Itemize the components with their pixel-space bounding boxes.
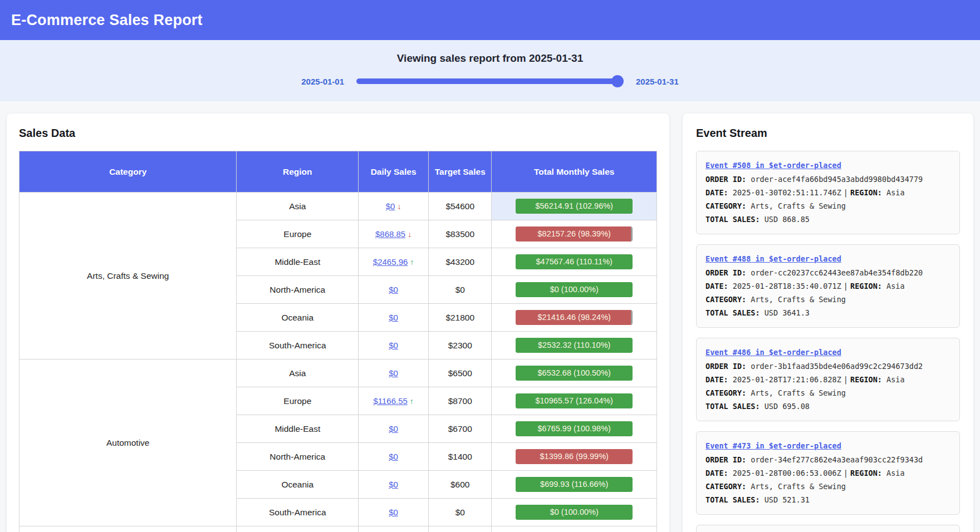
total-monthly-sales-cell: $6532.68 (100.50%) <box>492 359 657 387</box>
event-date-line: DATE: 2025-01-30T02:51:11.746Z|REGION: A… <box>705 186 950 199</box>
event-total-sales-line: TOTAL SALES: USD 3641.3 <box>705 306 950 319</box>
date-slider-row: 2025-01-01 2025-01-31 <box>0 75 980 88</box>
progress-label: $6765.99 (100.98%) <box>516 421 633 436</box>
daily-sales-link[interactable]: $2465.96 <box>373 257 408 267</box>
event-card: Event #457 in $et-order-placedORDER ID: … <box>696 525 960 532</box>
region-cell: South-America <box>237 332 359 359</box>
total-monthly-sales-cell: $82157.26 (98.39%) <box>492 220 657 248</box>
event-card: Event #473 in $et-order-placedORDER ID: … <box>696 431 960 515</box>
daily-sales-link[interactable]: $0 <box>389 424 398 434</box>
filter-title: Viewing sales report from 2025-01-31 <box>0 52 980 65</box>
event-order-id-line: ORDER ID: order-cc20237cc62443ee87ab4e35… <box>705 266 950 279</box>
sales-progress-badge: $699.93 (116.66%) <box>516 477 633 492</box>
daily-sales-cell: $0 <box>359 304 429 332</box>
total-sales-value: USD 521.31 <box>765 495 810 504</box>
daily-sales-cell: $0 <box>359 276 429 304</box>
trend-up-icon: ↑ <box>410 397 414 406</box>
slider-track[interactable] <box>356 78 620 84</box>
daily-sales-link[interactable]: $0 <box>389 368 398 378</box>
empty-cell <box>429 526 492 532</box>
order-id-value: order-3b1faad35bde4e06ad99c2c294673dd2 <box>751 362 923 371</box>
region-cell: South-America <box>237 499 359 526</box>
event-order-id-line: ORDER ID: order-acef4fa66bd945a3abdd9980… <box>705 173 950 186</box>
total-sales-value: USD 868.85 <box>765 215 810 224</box>
slider-thumb[interactable] <box>611 75 624 87</box>
category-cell: Arts, Crafts & Sewing <box>19 193 237 359</box>
target-sales-cell: $1400 <box>429 443 492 471</box>
region-cell: North-America <box>237 276 359 304</box>
date-label: DATE: <box>705 375 728 384</box>
region-value: Asia <box>886 282 905 290</box>
category-value: Arts, Crafts & Sewing <box>751 482 846 491</box>
sales-progress-badge: $6765.99 (100.98%) <box>516 421 633 436</box>
progress-label: $0 (100.00%) <box>516 505 633 520</box>
daily-sales-cell: $0 <box>359 415 429 443</box>
region-label: REGION: <box>850 375 882 384</box>
table-row: AutomotiveAsia$0$6500$6532.68 (100.50%) <box>19 359 657 387</box>
order-id-label: ORDER ID: <box>705 362 746 371</box>
daily-sales-cell: $868.85↓ <box>359 220 429 248</box>
target-sales-cell: $0 <box>429 276 492 304</box>
progress-label: $2532.32 (110.10%) <box>516 338 633 353</box>
target-sales-cell: $6700 <box>429 415 492 443</box>
daily-sales-link[interactable]: $868.85 <box>375 229 405 239</box>
total-sales-label: TOTAL SALES: <box>705 402 760 411</box>
trend-down-icon: ↓ <box>408 230 411 239</box>
category-label: CATEGORY: <box>705 388 746 397</box>
total-sales-label: TOTAL SALES: <box>705 215 760 224</box>
empty-cell <box>359 526 429 532</box>
event-category-line: CATEGORY: Arts, Crafts & Sewing <box>705 386 950 400</box>
event-total-sales-line: TOTAL SALES: USD 868.85 <box>705 213 950 226</box>
trend-down-icon: ↓ <box>397 202 401 211</box>
target-sales-cell: $83500 <box>429 220 492 248</box>
total-monthly-sales-cell: $0 (100.00%) <box>492 276 657 304</box>
sales-progress-badge: $21416.46 (98.24%) <box>516 310 633 325</box>
daily-sales-link[interactable]: $0 <box>389 452 398 461</box>
target-sales-cell: $0 <box>429 499 492 526</box>
daily-sales-link[interactable]: $0 <box>389 341 398 350</box>
event-title-link[interactable]: Event #486 in $et-order-placed <box>705 346 841 359</box>
order-id-label: ORDER ID: <box>705 455 746 464</box>
daily-sales-link[interactable]: $0 <box>389 313 398 322</box>
daily-sales-cell: $0 <box>359 332 429 359</box>
event-title-link[interactable]: Event #473 in $et-order-placed <box>705 439 841 452</box>
column-header-category: Category <box>19 151 237 193</box>
sales-data-panel: Sales Data Category Region Daily Sales T… <box>7 114 669 532</box>
date-range-slider[interactable] <box>356 75 624 88</box>
daily-sales-link[interactable]: $0 <box>389 480 398 489</box>
progress-label: $82157.26 (98.39%) <box>516 226 633 242</box>
event-title-link[interactable]: Event #508 in $et-order-placed <box>705 159 841 172</box>
event-card: Event #488 in $et-order-placedORDER ID: … <box>696 244 960 328</box>
event-stream-panel: Event Stream Event #508 in $et-order-pla… <box>683 114 973 532</box>
daily-sales-cell: $0 <box>359 359 429 387</box>
order-id-value: order-cc20237cc62443ee87ab4e354f8db220 <box>751 268 923 277</box>
region-cell: Oceania <box>237 304 359 332</box>
date-value: 2025-01-28T18:35:40.071Z <box>733 282 841 290</box>
table-row <box>19 526 657 532</box>
sales-progress-badge: $56214.91 (102.96%) <box>516 199 633 214</box>
sales-progress-badge: $1399.86 (99.99%) <box>516 449 633 464</box>
daily-sales-link[interactable]: $0 <box>386 201 395 211</box>
event-order-id-line: ORDER ID: order-3b1faad35bde4e06ad99c2c2… <box>705 359 950 373</box>
empty-cell <box>19 526 237 532</box>
pipe-separator: | <box>841 188 850 197</box>
target-sales-cell: $6500 <box>429 359 492 387</box>
event-total-sales-line: TOTAL SALES: USD 695.08 <box>705 400 950 413</box>
daily-sales-cell: $0 <box>359 499 429 526</box>
sales-progress-badge: $0 (100.00%) <box>516 505 633 520</box>
event-card: Event #508 in $et-order-placedORDER ID: … <box>696 151 960 234</box>
daily-sales-link[interactable]: $1166.55 <box>373 396 407 406</box>
target-sales-cell: $54600 <box>429 193 492 220</box>
daily-sales-link[interactable]: $0 <box>389 285 398 294</box>
event-date-line: DATE: 2025-01-28T00:06:53.006Z|REGION: A… <box>705 466 950 480</box>
total-monthly-sales-cell: $2532.32 (110.10%) <box>492 332 657 359</box>
target-sales-cell: $43200 <box>429 248 492 276</box>
daily-sales-link[interactable]: $0 <box>389 508 398 517</box>
pipe-separator: | <box>841 282 850 290</box>
region-cell: Middle-East <box>237 248 359 276</box>
order-id-value: order-acef4fa66bd945a3abdd9980bd434779 <box>751 175 923 184</box>
category-value: Arts, Crafts & Sewing <box>751 295 846 304</box>
event-title-link[interactable]: Event #488 in $et-order-placed <box>705 252 841 265</box>
daily-sales-cell: $0 <box>359 471 429 499</box>
event-list: Event #508 in $et-order-placedORDER ID: … <box>696 151 960 532</box>
